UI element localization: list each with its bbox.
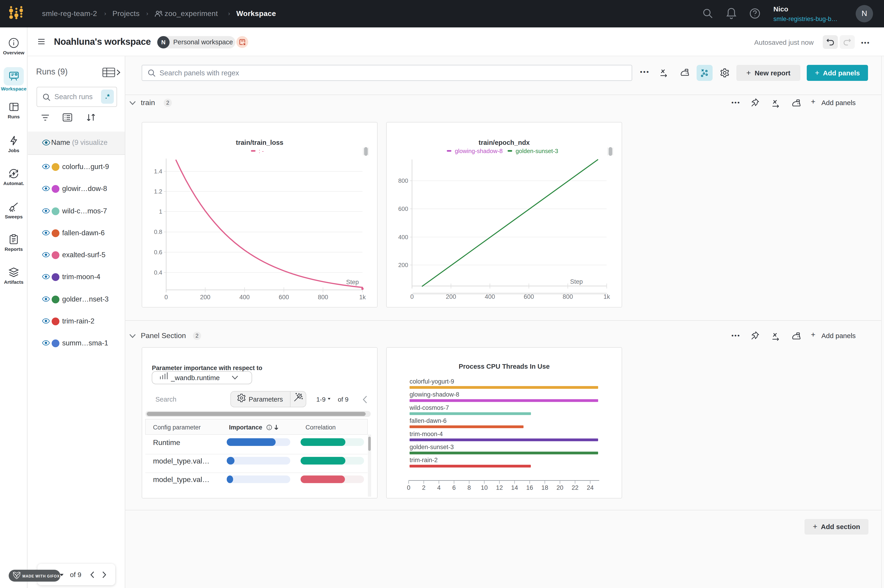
svg-text:0.6: 0.6 (154, 249, 162, 256)
svg-text:12: 12 (496, 484, 503, 491)
svg-text:6: 6 (452, 484, 456, 491)
svg-text:model_type.val…: model_type.val… (153, 476, 209, 484)
svg-text:model_type.val…: model_type.val… (153, 457, 209, 465)
svg-text:600: 600 (398, 206, 408, 212)
svg-text:400: 400 (239, 294, 249, 301)
svg-text:8: 8 (467, 484, 471, 491)
svg-text:0: 0 (407, 484, 410, 491)
svg-text:fallen-dawn-6: fallen-dawn-6 (410, 417, 447, 424)
svg-text:18: 18 (542, 484, 548, 491)
svg-text:1-9: 1-9 (316, 396, 326, 403)
svg-text:Parameter importance with resp: Parameter importance with respect to (152, 364, 263, 372)
svg-text:colorful-yogurt-9: colorful-yogurt-9 (410, 378, 454, 385)
svg-text:Parameters: Parameters (249, 396, 283, 403)
svg-text:of 9: of 9 (338, 396, 348, 403)
svg-text:1.2: 1.2 (154, 188, 162, 195)
svg-text:trim-rain-2: trim-rain-2 (410, 457, 438, 464)
svg-text:200: 200 (398, 261, 408, 268)
svg-text:1: 1 (159, 208, 162, 215)
svg-text:0.8: 0.8 (154, 228, 162, 235)
svg-text:Process CPU Threads In Use: Process CPU Threads In Use (459, 363, 550, 370)
svg-text:Config parameter: Config parameter (153, 424, 201, 431)
svg-text:Correlation: Correlation (306, 424, 336, 431)
svg-text:trim-moon-4: trim-moon-4 (410, 430, 443, 438)
svg-text:400: 400 (398, 234, 408, 240)
svg-text:14: 14 (511, 484, 518, 491)
svg-text:glowing-shadow-8: glowing-shadow-8 (410, 391, 459, 398)
svg-text:4: 4 (437, 484, 441, 491)
svg-text:1.4: 1.4 (154, 168, 162, 175)
svg-text:0: 0 (164, 294, 168, 301)
svg-text:800: 800 (318, 294, 328, 301)
svg-text:glowing-shadow-8: glowing-shadow-8 (455, 148, 503, 154)
svg-text:train/train_loss: train/train_loss (236, 139, 284, 146)
svg-text:2: 2 (422, 484, 426, 491)
svg-text:Search: Search (155, 396, 176, 403)
svg-text:Step: Step (346, 279, 359, 285)
svg-text:wild-cosmos-7: wild-cosmos-7 (409, 404, 449, 411)
svg-text:200: 200 (200, 294, 210, 301)
svg-text:golden-sunset-3: golden-sunset-3 (516, 148, 558, 154)
svg-text:22: 22 (572, 484, 578, 491)
svg-text:800: 800 (398, 177, 408, 184)
svg-text:_wandb.runtime: _wandb.runtime (171, 374, 220, 381)
svg-text:1k: 1k (359, 294, 366, 301)
svg-text:golden-sunset-3: golden-sunset-3 (410, 444, 454, 450)
svg-text:600: 600 (279, 294, 289, 301)
svg-text:train/epoch_ndx: train/epoch_ndx (479, 139, 530, 146)
svg-text:: -: : - (259, 148, 264, 154)
svg-text:16: 16 (526, 484, 533, 491)
svg-text:Runtime: Runtime (153, 438, 180, 447)
svg-text:10: 10 (481, 484, 488, 491)
svg-text:Step: Step (570, 278, 583, 285)
svg-text:20: 20 (557, 484, 563, 491)
svg-text:24: 24 (587, 484, 594, 491)
svg-text:Importance: Importance (229, 424, 263, 431)
svg-text:0.4: 0.4 (154, 269, 162, 276)
